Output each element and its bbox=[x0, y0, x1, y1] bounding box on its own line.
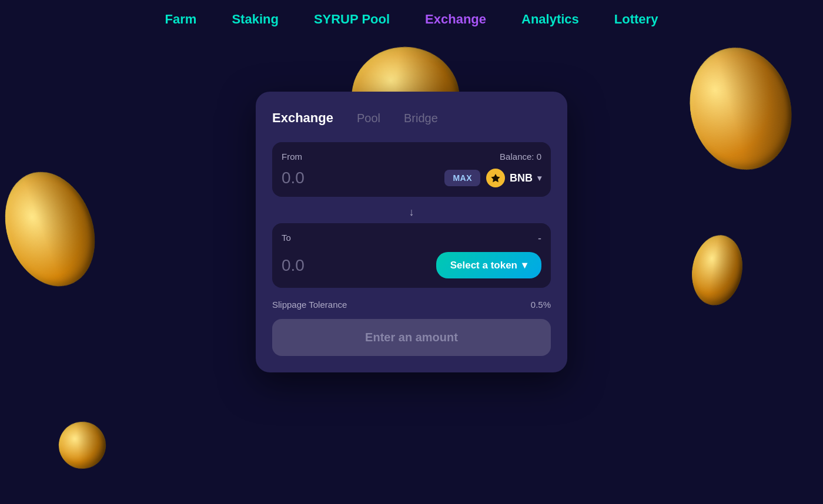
select-token-chevron-icon: ▾ bbox=[522, 259, 527, 271]
slippage-label: Slippage Tolerance bbox=[272, 300, 347, 310]
main-nav: Farm Staking SYRUP Pool Exchange Analyti… bbox=[0, 0, 823, 33]
from-input-row: 0.0 MAX BNB ▾ bbox=[282, 169, 541, 187]
to-amount[interactable]: 0.0 bbox=[282, 256, 430, 275]
card-tabs: Exchange Pool Bridge bbox=[272, 108, 551, 128]
bnb-icon bbox=[486, 169, 505, 187]
bnb-token-selector[interactable]: BNB ▾ bbox=[486, 169, 541, 187]
nav-lottery[interactable]: Lottery bbox=[614, 12, 658, 27]
nav-exchange[interactable]: Exchange bbox=[425, 12, 486, 27]
from-balance: Balance: 0 bbox=[500, 152, 541, 162]
select-token-button[interactable]: Select a token ▾ bbox=[436, 252, 541, 278]
from-label: From bbox=[282, 152, 302, 162]
coin-decoration-5 bbox=[57, 420, 108, 471]
main-content: Exchange Pool Bridge From Balance: 0 0.0… bbox=[0, 92, 823, 372]
select-token-label: Select a token bbox=[450, 260, 517, 271]
nav-staking[interactable]: Staking bbox=[232, 12, 278, 27]
bnb-label: BNB bbox=[510, 172, 533, 184]
bnb-chevron-icon: ▾ bbox=[537, 173, 541, 183]
enter-amount-button[interactable]: Enter an amount bbox=[272, 319, 551, 356]
slippage-row: Slippage Tolerance 0.5% bbox=[272, 293, 551, 317]
tab-exchange[interactable]: Exchange bbox=[272, 108, 343, 128]
from-panel: From Balance: 0 0.0 MAX BNB ▾ bbox=[272, 142, 551, 197]
to-panel-header: To - bbox=[282, 233, 541, 245]
to-panel-minus: - bbox=[538, 233, 541, 245]
from-amount[interactable]: 0.0 bbox=[282, 169, 439, 187]
nav-syrup-pool[interactable]: SYRUP Pool bbox=[314, 12, 390, 27]
exchange-card: Exchange Pool Bridge From Balance: 0 0.0… bbox=[256, 92, 567, 372]
to-panel: To - 0.0 Select a token ▾ bbox=[272, 223, 551, 288]
slippage-value: 0.5% bbox=[531, 300, 551, 310]
to-input-row: 0.0 Select a token ▾ bbox=[282, 252, 541, 278]
from-panel-header: From Balance: 0 bbox=[282, 152, 541, 162]
max-button[interactable]: MAX bbox=[444, 170, 480, 186]
arrow-down-icon: ↓ bbox=[409, 206, 414, 218]
nav-analytics[interactable]: Analytics bbox=[521, 12, 579, 27]
swap-arrow-button[interactable]: ↓ bbox=[272, 201, 551, 223]
nav-farm[interactable]: Farm bbox=[165, 12, 197, 27]
tab-pool[interactable]: Pool bbox=[357, 109, 390, 127]
tab-bridge[interactable]: Bridge bbox=[404, 109, 447, 127]
to-label: To bbox=[282, 233, 291, 245]
